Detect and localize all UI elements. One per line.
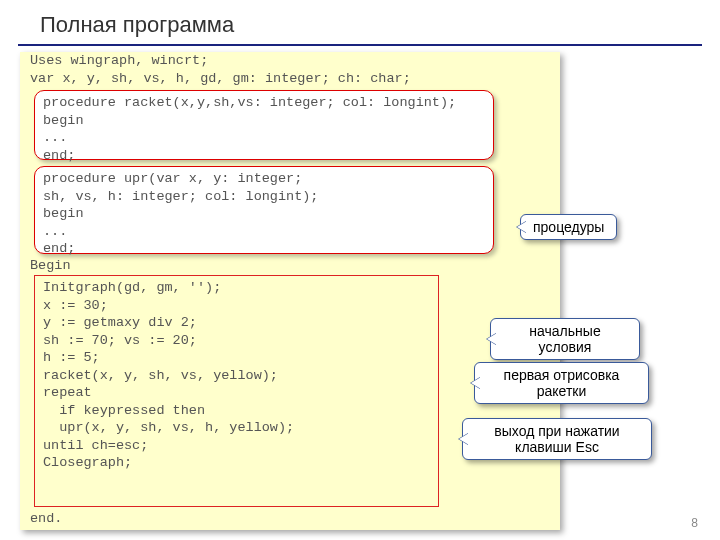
code-line: until ch=esc; [43, 437, 430, 455]
callout-first-draw: первая отрисовка ракетки [474, 362, 649, 404]
code-line: x := 30; [43, 297, 430, 315]
code-line: end; [43, 240, 485, 258]
callout-procedures: процедуры [520, 214, 617, 240]
code-line: var x, y, sh, vs, h, gd, gm: integer; ch… [20, 70, 560, 88]
code-line: upr(x, y, sh, vs, h, yellow); [43, 419, 430, 437]
code-line: Initgraph(gd, gm, ''); [43, 279, 430, 297]
slide-title: Полная программа [18, 0, 702, 46]
code-line: sh, vs, h: integer; col: longint); [43, 188, 485, 206]
callout-text: клавиши Esc [475, 439, 639, 455]
code-line: y := getmaxy div 2; [43, 314, 430, 332]
code-line: h := 5; [43, 349, 430, 367]
callout-text: процедуры [533, 219, 604, 235]
main-block: Initgraph(gd, gm, ''); x := 30; y := get… [34, 275, 439, 507]
code-line: end. [20, 510, 62, 528]
code-line: if keypressed then [43, 402, 430, 420]
code-line: ... [43, 129, 485, 147]
code-line: Closegraph; [43, 454, 430, 472]
procedure-block-1: procedure racket(x,y,sh,vs: integer; col… [34, 90, 494, 160]
page-number: 8 [691, 516, 698, 530]
code-line: repeat [43, 384, 430, 402]
callout-exit-esc: выход при нажатии клавиши Esc [462, 418, 652, 460]
code-line: ... [43, 223, 485, 241]
callout-text: первая отрисовка [487, 367, 636, 383]
callout-text: условия [503, 339, 627, 355]
procedure-block-2: procedure upr(var x, y: integer; sh, vs,… [34, 166, 494, 254]
code-line: procedure racket(x,y,sh,vs: integer; col… [43, 94, 485, 112]
code-line: begin [43, 205, 485, 223]
code-line: Begin [20, 257, 71, 275]
callout-text: ракетки [487, 383, 636, 399]
callout-initial: начальные условия [490, 318, 640, 360]
code-line: begin [43, 112, 485, 130]
code-line: Uses wingraph, wincrt; [20, 52, 560, 70]
callout-text: выход при нажатии [475, 423, 639, 439]
callout-text: начальные [503, 323, 627, 339]
code-line: racket(x, y, sh, vs, yellow); [43, 367, 430, 385]
code-line: end; [43, 147, 485, 165]
code-line: procedure upr(var x, y: integer; [43, 170, 485, 188]
code-line: sh := 70; vs := 20; [43, 332, 430, 350]
